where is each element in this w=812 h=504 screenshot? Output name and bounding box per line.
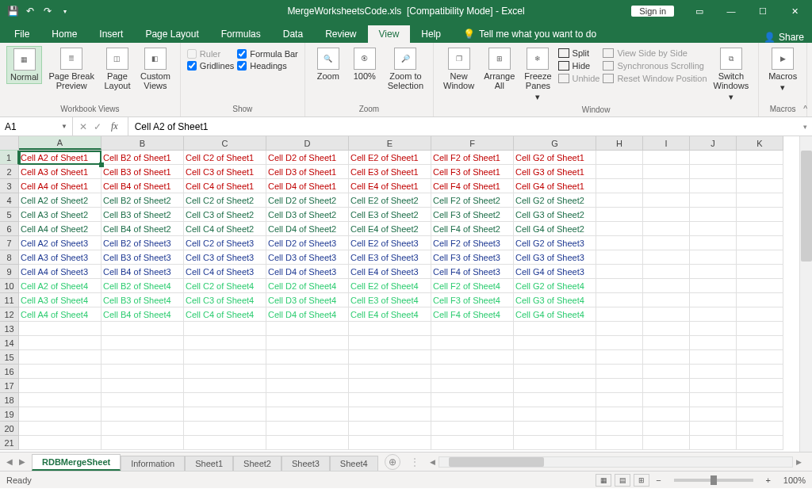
cell-E11[interactable]: Cell E3 of Sheet4 bbox=[349, 293, 431, 307]
sheet-tab-sheet2[interactable]: Sheet2 bbox=[233, 456, 282, 471]
zoom-out-button[interactable]: − bbox=[653, 475, 664, 485]
cell-G18[interactable] bbox=[514, 393, 596, 407]
split-button[interactable]: Split bbox=[558, 48, 600, 59]
cell-D15[interactable] bbox=[266, 350, 349, 365]
tab-data[interactable]: Data bbox=[272, 25, 314, 43]
cell-J21[interactable] bbox=[690, 436, 737, 450]
cell-G17[interactable] bbox=[514, 379, 596, 393]
normal-view-button[interactable]: ▦Normal bbox=[6, 46, 42, 84]
cell-C12[interactable]: Cell C4 of Sheet4 bbox=[184, 307, 266, 322]
sheet-nav-prev-icon[interactable]: ◀ bbox=[6, 457, 13, 466]
cell-B14[interactable] bbox=[102, 336, 184, 350]
row-header-19[interactable]: 19 bbox=[0, 407, 19, 422]
expand-formula-bar-icon[interactable]: ▾ bbox=[798, 117, 812, 136]
row-header-2[interactable]: 2 bbox=[0, 165, 19, 179]
cell-G4[interactable]: Cell G2 of Sheet2 bbox=[514, 193, 596, 208]
cell-H2[interactable] bbox=[596, 165, 643, 179]
tab-page-layout[interactable]: Page Layout bbox=[134, 25, 209, 43]
cell-C14[interactable] bbox=[184, 336, 266, 350]
maximize-button[interactable]: ☐ bbox=[749, 2, 777, 21]
column-header-K[interactable]: K bbox=[737, 136, 783, 150]
cell-I4[interactable] bbox=[643, 193, 690, 208]
cell-C7[interactable]: Cell C2 of Sheet3 bbox=[184, 236, 266, 250]
cell-A8[interactable]: Cell A3 of Sheet3 bbox=[19, 250, 102, 265]
row-header-9[interactable]: 9 bbox=[0, 265, 19, 279]
synchronous-scrolling-button[interactable]: Synchronous Scrolling bbox=[603, 60, 707, 71]
close-button[interactable]: ✕ bbox=[780, 2, 809, 21]
cancel-formula-icon[interactable]: ✕ bbox=[79, 121, 87, 132]
cell-I2[interactable] bbox=[643, 165, 690, 179]
cell-E1[interactable]: Cell E2 of Sheet1 bbox=[349, 151, 431, 165]
sheet-tab-sheet4[interactable]: Sheet4 bbox=[330, 456, 378, 471]
cell-H20[interactable] bbox=[596, 422, 643, 436]
row-header-3[interactable]: 3 bbox=[0, 179, 19, 193]
cell-C21[interactable] bbox=[184, 436, 266, 450]
cell-I7[interactable] bbox=[643, 236, 690, 250]
cell-K17[interactable] bbox=[737, 379, 783, 393]
cell-A13[interactable] bbox=[19, 322, 102, 336]
cell-F4[interactable]: Cell F2 of Sheet2 bbox=[431, 193, 514, 208]
cell-B18[interactable] bbox=[102, 393, 184, 407]
cell-D2[interactable]: Cell D3 of Sheet1 bbox=[266, 165, 349, 179]
cell-I3[interactable] bbox=[643, 179, 690, 193]
custom-views-button[interactable]: ◧Custom Views bbox=[137, 46, 174, 92]
tab-help[interactable]: Help bbox=[410, 25, 452, 43]
cell-B2[interactable]: Cell B3 of Sheet1 bbox=[102, 165, 184, 179]
cell-D3[interactable]: Cell D4 of Sheet1 bbox=[266, 179, 349, 193]
column-header-B[interactable]: B bbox=[102, 136, 184, 150]
cell-D14[interactable] bbox=[266, 336, 349, 350]
cell-G19[interactable] bbox=[514, 407, 596, 422]
cell-B7[interactable]: Cell B2 of Sheet3 bbox=[102, 236, 184, 250]
cell-H1[interactable] bbox=[596, 151, 643, 165]
cell-B20[interactable] bbox=[102, 422, 184, 436]
tell-me-input[interactable]: 💡 Tell me what you want to do bbox=[452, 25, 607, 43]
cell-C18[interactable] bbox=[184, 393, 266, 407]
horizontal-scrollbar[interactable] bbox=[439, 456, 793, 468]
cell-J7[interactable] bbox=[690, 236, 737, 250]
reset-window-position-button[interactable]: Reset Window Position bbox=[603, 73, 707, 84]
cell-A9[interactable]: Cell A4 of Sheet3 bbox=[19, 265, 102, 279]
cell-A5[interactable]: Cell A3 of Sheet2 bbox=[19, 208, 102, 222]
cell-G16[interactable] bbox=[514, 365, 596, 379]
cell-E15[interactable] bbox=[349, 350, 431, 365]
formula-input[interactable] bbox=[135, 121, 791, 132]
cell-I19[interactable] bbox=[643, 407, 690, 422]
cell-A21[interactable] bbox=[19, 436, 102, 450]
cell-C5[interactable]: Cell C3 of Sheet2 bbox=[184, 208, 266, 222]
cell-A15[interactable] bbox=[19, 350, 102, 365]
cell-D13[interactable] bbox=[266, 322, 349, 336]
cell-A11[interactable]: Cell A3 of Sheet4 bbox=[19, 293, 102, 307]
cell-E5[interactable]: Cell E3 of Sheet2 bbox=[349, 208, 431, 222]
cell-E7[interactable]: Cell E2 of Sheet3 bbox=[349, 236, 431, 250]
normal-view-status-button[interactable]: ▦ bbox=[596, 474, 611, 487]
cell-C3[interactable]: Cell C4 of Sheet1 bbox=[184, 179, 266, 193]
column-header-I[interactable]: I bbox=[643, 136, 690, 150]
cell-A14[interactable] bbox=[19, 336, 102, 350]
cell-H16[interactable] bbox=[596, 365, 643, 379]
cell-J15[interactable] bbox=[690, 350, 737, 365]
cell-C15[interactable] bbox=[184, 350, 266, 365]
cell-F8[interactable]: Cell F3 of Sheet3 bbox=[431, 250, 514, 265]
column-header-E[interactable]: E bbox=[349, 136, 431, 150]
tab-formulas[interactable]: Formulas bbox=[210, 25, 272, 43]
cell-F15[interactable] bbox=[431, 350, 514, 365]
cell-I11[interactable] bbox=[643, 293, 690, 307]
name-box-input[interactable] bbox=[5, 121, 52, 132]
cell-I8[interactable] bbox=[643, 250, 690, 265]
cell-G5[interactable]: Cell G3 of Sheet2 bbox=[514, 208, 596, 222]
cell-K20[interactable] bbox=[737, 422, 783, 436]
cell-C20[interactable] bbox=[184, 422, 266, 436]
row-header-1[interactable]: 1 bbox=[0, 151, 19, 165]
cell-E4[interactable]: Cell E2 of Sheet2 bbox=[349, 193, 431, 208]
qat-customize-icon[interactable]: ▾ bbox=[59, 5, 71, 17]
cell-C19[interactable] bbox=[184, 407, 266, 422]
cell-J2[interactable] bbox=[690, 165, 737, 179]
switch-windows-button[interactable]: ⧉Switch Windows▾ bbox=[710, 46, 753, 104]
cell-J11[interactable] bbox=[690, 293, 737, 307]
cell-E21[interactable] bbox=[349, 436, 431, 450]
page-layout-status-button[interactable]: ▤ bbox=[615, 474, 630, 487]
cell-A2[interactable]: Cell A3 of Sheet1 bbox=[19, 165, 102, 179]
tab-view[interactable]: View bbox=[368, 25, 411, 43]
share-button[interactable]: 👤 Share bbox=[756, 32, 812, 43]
cell-J19[interactable] bbox=[690, 407, 737, 422]
